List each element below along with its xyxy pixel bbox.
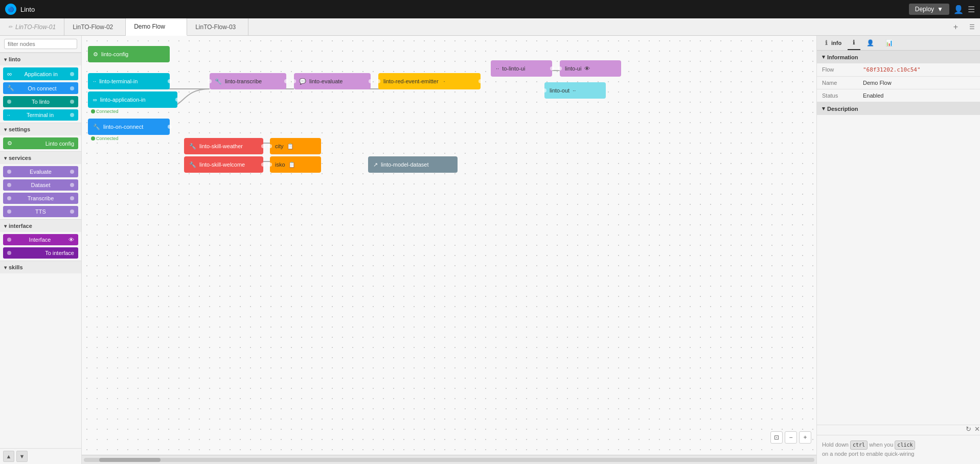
- tab-linto-flow-01[interactable]: ✏ LinTO-Flow-01: [0, 18, 64, 35]
- node-icon: ··: [7, 112, 10, 118]
- node-label: On connect: [28, 85, 56, 91]
- port-right[interactable]: [168, 79, 172, 83]
- node-on-connect[interactable]: 🔧 On connect: [3, 82, 78, 94]
- node-application-in[interactable]: ∞ Application in: [3, 67, 78, 80]
- node-icon: 🔧: [215, 78, 222, 85]
- node-to-interface[interactable]: To interface: [3, 247, 78, 259]
- node-icon: ··: [573, 87, 576, 94]
- port-right[interactable]: [369, 79, 373, 83]
- node-icon: 🔧: [189, 143, 196, 150]
- canvas-node-linto-skill-welcome[interactable]: 🔧 linto-skill-welcome: [184, 156, 263, 173]
- port-right[interactable]: [284, 79, 288, 83]
- canvas-node-linto-evaluate[interactable]: 💬 linto-evaluate: [294, 73, 371, 89]
- canvas-zoom-out-button[interactable]: −: [785, 431, 797, 444]
- node-linto-config[interactable]: ⚙ Linto config: [3, 137, 78, 149]
- node-icon: 🔧: [7, 85, 14, 91]
- node-port-right: [70, 196, 74, 200]
- chevron-down-icon: ▾: [4, 265, 7, 270]
- canvas-node-isko[interactable]: isko 📋: [270, 156, 321, 173]
- sidebar-section-services[interactable]: ▾ services: [0, 151, 81, 164]
- topbar-left: 🔵 Linto: [5, 4, 35, 15]
- canvas-node-linto-config[interactable]: ⚙ linto-config: [88, 46, 170, 62]
- tab-demo-flow[interactable]: Demo Flow: [126, 18, 187, 36]
- canvas-node-linto-skill-weather[interactable]: 🔧 linto-skill-weather: [184, 138, 263, 154]
- user-icon[interactable]: 👤: [953, 5, 964, 14]
- canvas-node-linto-ui[interactable]: linto-ui 👁: [560, 60, 621, 77]
- rp-section-description[interactable]: ▾ Description: [817, 102, 980, 115]
- node-tts[interactable]: TTS: [3, 206, 78, 217]
- rp-tab-user[interactable]: 👤: [861, 36, 879, 50]
- port-left[interactable]: [376, 79, 380, 83]
- info-row-name: Name Demo Flow: [817, 77, 980, 89]
- port-left[interactable]: [208, 79, 212, 83]
- node-terminal-in[interactable]: ·· Terminal in: [3, 109, 78, 121]
- rp-tab-info[interactable]: ℹ: [848, 36, 860, 50]
- section-label: skills: [9, 264, 23, 270]
- port-left[interactable]: [292, 79, 296, 83]
- canvas-node-to-linto-ui[interactable]: ·· to-linto-ui: [491, 60, 552, 77]
- node-label: linto-ui: [565, 65, 581, 72]
- canvas-node-linto-red-event-emitter[interactable]: linto-red-event-emitter ·: [378, 73, 481, 89]
- canvas-node-city[interactable]: city 📋: [270, 138, 321, 154]
- zoom-up-button[interactable]: ▲: [3, 451, 14, 462]
- rp-tab-chart[interactable]: 📊: [880, 36, 898, 50]
- node-label: linto-application-in: [100, 97, 146, 103]
- hint-refresh-button[interactable]: ↻: [966, 425, 971, 433]
- port-right[interactable]: [261, 163, 265, 167]
- canvas-node-linto-on-connect[interactable]: 🔧 linto-on-connect: [88, 119, 170, 135]
- port-right[interactable]: [261, 144, 265, 148]
- port-right[interactable]: [550, 66, 554, 71]
- node-port-left: [7, 251, 11, 255]
- zoom-down-button[interactable]: ▼: [16, 451, 28, 462]
- section-label: interface: [9, 223, 32, 229]
- port-left[interactable]: [558, 66, 562, 71]
- node-port-left: [7, 100, 11, 104]
- hint-close-button[interactable]: ✕: [974, 425, 980, 433]
- node-label: To interface: [45, 250, 74, 256]
- right-panel: ℹ info ℹ 👤 📊 ▾ Information Flow "68f3120…: [816, 36, 980, 464]
- node-to-linto[interactable]: To linto: [3, 96, 78, 107]
- tab-linto-flow-03[interactable]: LinTO-Flow-03: [187, 18, 248, 35]
- hint-actions: ↻ ✕: [817, 425, 980, 433]
- node-dataset[interactable]: Dataset: [3, 179, 78, 191]
- tab-add-button[interactable]: +: [947, 18, 964, 35]
- node-transcribe[interactable]: Transcribe: [3, 193, 78, 204]
- sidebar-section-skills[interactable]: ▾ skills: [0, 261, 81, 273]
- node-evaluate[interactable]: Evaluate: [3, 166, 78, 177]
- canvas-fit-button[interactable]: ⊡: [770, 431, 783, 444]
- tab-list-button[interactable]: ☰: [964, 18, 980, 35]
- canvas-node-linto-transcribe[interactable]: 🔧 linto-transcribe: [210, 73, 286, 89]
- canvas-node-linto-terminal-in[interactable]: ·· linto-terminal-in: [88, 73, 170, 89]
- node-label: linto-transcribe: [225, 78, 262, 84]
- scrollbar-track[interactable]: [84, 458, 814, 462]
- port-left[interactable]: [268, 144, 272, 148]
- filter-input[interactable]: [4, 39, 77, 49]
- port-right[interactable]: [175, 98, 179, 102]
- info-row-flow: Flow "68f31202.c10c54": [817, 63, 980, 77]
- node-label: linto-red-event-emitter: [383, 78, 439, 84]
- node-icon: ··: [496, 65, 499, 72]
- rp-section-information[interactable]: ▾ Information: [817, 51, 980, 63]
- scrollbar-thumb[interactable]: [99, 458, 161, 462]
- sidebar-section-linto[interactable]: ▾ linto: [0, 53, 81, 65]
- port-left[interactable]: [268, 163, 272, 167]
- hint-text1: Hold down: [822, 442, 850, 448]
- tab-linto-flow-02[interactable]: LinTO-Flow-02: [64, 18, 126, 35]
- canvas-node-linto-application-in[interactable]: ∞ linto-application-in: [88, 91, 177, 108]
- chevron-down-icon: ▾: [4, 223, 7, 229]
- canvas-node-linto-model-dataset[interactable]: ↗ linto-model-dataset: [368, 156, 458, 173]
- port-right[interactable]: [168, 125, 172, 129]
- canvas-node-linto-out[interactable]: linto-out ··: [544, 82, 606, 99]
- menu-icon[interactable]: ☰: [968, 5, 975, 14]
- description-content: [817, 115, 980, 146]
- node-interface[interactable]: Interface 👁: [3, 234, 78, 245]
- sidebar-section-interface[interactable]: ▾ interface: [0, 219, 81, 232]
- info-value-name: Demo Flow: [858, 77, 980, 89]
- canvas-zoom-in-button[interactable]: +: [799, 431, 811, 444]
- settings-nodes: ⚙ Linto config: [0, 135, 81, 151]
- port-left[interactable]: [542, 88, 546, 92]
- node-port-right: [70, 72, 74, 76]
- sidebar-section-settings[interactable]: ▾ settings: [0, 123, 81, 135]
- deploy-button[interactable]: Deploy ▼: [909, 4, 949, 15]
- port-right[interactable]: [478, 79, 483, 83]
